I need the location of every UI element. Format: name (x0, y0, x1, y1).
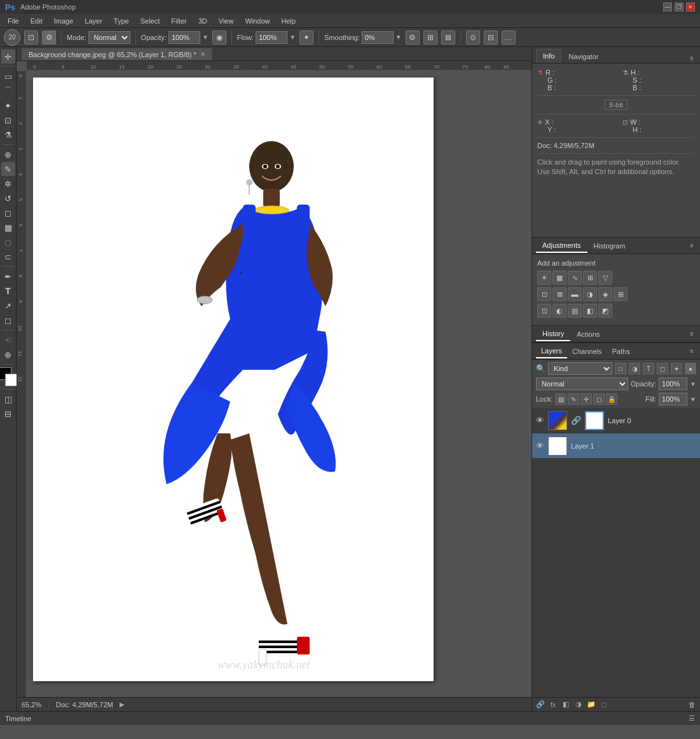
adj-brightness[interactable]: ☀ (537, 271, 551, 285)
restore-button[interactable]: ❐ (675, 3, 683, 11)
add-mask-btn[interactable]: ◧ (560, 699, 572, 710)
adj-exposure[interactable]: ⊞ (583, 271, 597, 285)
menu-file[interactable]: File (3, 16, 24, 26)
adj-selective-color[interactable]: ◩ (598, 304, 612, 318)
pressure-btn[interactable]: ⊞ (423, 31, 437, 44)
brush-tool[interactable]: ✎ (1, 162, 15, 176)
rectangular-marquee-tool[interactable]: ▭ (1, 69, 15, 83)
crop-tool[interactable]: ⊡ (1, 113, 15, 127)
lock-transparent-btn[interactable]: ▧ (555, 393, 566, 405)
fill-stepper[interactable]: ▼ (690, 396, 696, 403)
lock-all-btn[interactable]: 🔒 (606, 393, 617, 405)
layer-0-visibility-toggle[interactable]: 👁 (536, 416, 544, 425)
add-style-btn[interactable]: fx (547, 699, 559, 710)
adj-photo-filter[interactable]: ◈ (598, 287, 612, 301)
menu-help[interactable]: Help (277, 16, 301, 26)
shape-filter-btn[interactable]: ◻ (657, 363, 668, 374)
eyedropper-tool[interactable]: ⚗ (1, 128, 15, 142)
tab-adjustments[interactable]: Adjustments (536, 239, 587, 253)
dodge-tool[interactable]: ⊂ (1, 250, 15, 264)
flow-input[interactable] (256, 31, 287, 44)
blur-tool[interactable]: ◌ (1, 235, 15, 249)
canvas-tab-close[interactable]: ✕ (200, 51, 205, 58)
link-layers-btn[interactable]: 🔗 (535, 699, 546, 710)
menu-view[interactable]: View (214, 16, 239, 26)
canvas-wrapper[interactable]: ♦ www.yakymchuk.net (27, 71, 532, 697)
lasso-tool[interactable]: ⌒ (1, 84, 15, 98)
lock-paint-btn[interactable]: ✎ (568, 393, 579, 405)
status-expand[interactable]: ▶ (120, 701, 125, 708)
adj-panel-collapse[interactable]: ≡ (687, 241, 696, 250)
eraser-tool[interactable]: ◻ (1, 206, 15, 220)
layer-1-name[interactable]: Layer 1 (571, 442, 696, 450)
fill-value-input[interactable] (659, 393, 687, 405)
history-brush-tool[interactable]: ↺ (1, 191, 15, 205)
layers-panel-collapse[interactable]: ≡ (687, 346, 696, 356)
path-selection-tool[interactable]: ↗ (1, 299, 15, 313)
panel-arrange-btn[interactable]: ⊟ (484, 31, 498, 44)
menu-edit[interactable]: Edit (25, 16, 48, 26)
smoothing-settings-btn[interactable]: ⚙ (406, 31, 420, 44)
minimize-button[interactable]: — (663, 3, 672, 11)
opacity-input[interactable] (168, 31, 200, 44)
new-layer-btn[interactable]: □ (598, 699, 610, 710)
color-chips[interactable] (0, 367, 18, 386)
brush-preview[interactable]: 20 (4, 29, 20, 46)
layer-item-0[interactable]: 👁 🔗 Layer 0 (532, 408, 700, 433)
tab-navigator[interactable]: Navigator (561, 49, 605, 63)
adj-color-balance[interactable]: ▬ (568, 287, 582, 301)
lock-artboard-btn[interactable]: ◻ (593, 393, 605, 405)
symmetry-btn[interactable]: ⊠ (441, 31, 455, 44)
screen-mode-btn[interactable]: ⊟ (1, 407, 15, 421)
tab-history[interactable]: History (536, 327, 570, 341)
menu-3d[interactable]: 3D (193, 16, 212, 26)
tab-actions[interactable]: Actions (570, 327, 606, 341)
adj-invert[interactable]: ◐ (552, 304, 566, 318)
adj-gradient-map[interactable]: ▽ (598, 271, 612, 285)
smoothing-dropdown[interactable]: ▼ (395, 34, 402, 41)
hand-tool[interactable]: ☜ (1, 333, 15, 347)
layer-0-name[interactable]: Layer 0 (608, 417, 696, 424)
smoothing-input[interactable] (362, 31, 394, 44)
adj-color-lookup[interactable]: ⊡ (537, 304, 551, 318)
opacity-value-input[interactable] (659, 377, 687, 390)
adj-hue-sat[interactable]: ⊠ (552, 287, 566, 301)
menu-image[interactable]: Image (49, 16, 79, 26)
flow-icon-btn[interactable]: ✦ (299, 31, 313, 44)
tab-info[interactable]: Info (536, 49, 561, 63)
menu-layer[interactable]: Layer (79, 16, 107, 26)
info-panel-collapse[interactable]: ≡ (687, 53, 696, 63)
canvas-tab[interactable]: Background change.jpeg @ 65,2% (Layer 1,… (22, 48, 212, 60)
flow-dropdown[interactable]: ▼ (289, 34, 296, 41)
tab-paths[interactable]: Paths (607, 344, 635, 358)
filter-toggle-btn[interactable]: ● (685, 363, 696, 374)
zoom-tool[interactable]: ⊕ (1, 348, 15, 362)
delete-layer-btn[interactable]: 🗑 (686, 699, 697, 710)
adj-posterize[interactable]: ▤ (568, 304, 582, 318)
mode-select[interactable]: Normal (88, 31, 130, 44)
layer-item-1[interactable]: 👁 Layer 1 (532, 433, 700, 459)
smart-filter-btn[interactable]: ✦ (671, 363, 682, 374)
brush-settings-btn[interactable]: ⚙ (42, 31, 56, 44)
menu-type[interactable]: Type (109, 16, 134, 26)
new-group-btn[interactable]: 📁 (586, 699, 597, 710)
menu-select[interactable]: Select (135, 16, 165, 26)
text-tool[interactable]: T (1, 284, 15, 298)
opacity-dropdown[interactable]: ▼ (202, 34, 209, 41)
adj-black-white[interactable]: ◑ (583, 287, 597, 301)
opacity-stepper[interactable]: ▼ (690, 381, 696, 388)
blend-mode-select[interactable]: Normal (536, 377, 628, 390)
tab-histogram[interactable]: Histogram (587, 239, 632, 253)
menu-filter[interactable]: Filter (166, 16, 191, 26)
quick-mask-btn[interactable]: ◫ (1, 392, 15, 406)
shape-tool[interactable]: ◻ (1, 313, 15, 327)
spot-healing-tool[interactable]: ⊕ (1, 147, 15, 161)
navigator-btn[interactable]: ⊙ (466, 31, 480, 44)
kind-select[interactable]: Kind (548, 362, 612, 375)
clone-stamp-tool[interactable]: ✲ (1, 177, 15, 191)
pen-tool[interactable]: ✒ (1, 269, 15, 283)
adjustment-filter-btn[interactable]: ◑ (629, 363, 640, 374)
menu-window[interactable]: Window (240, 16, 275, 26)
airbrush-btn[interactable]: ◉ (212, 31, 226, 44)
magic-wand-tool[interactable]: ✦ (1, 98, 15, 112)
